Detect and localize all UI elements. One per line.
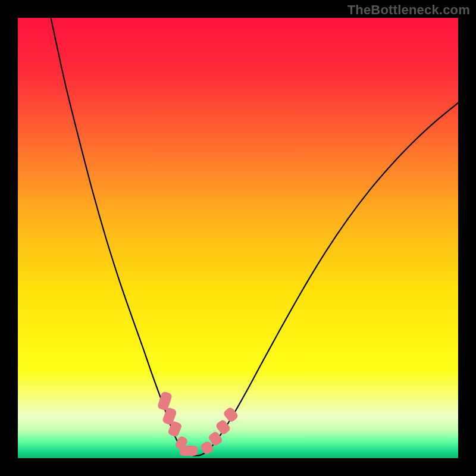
- watermark-text: TheBottleneck.com: [347, 2, 470, 18]
- chart-frame: TheBottleneck.com: [0, 0, 476, 476]
- plot-area: [18, 18, 458, 458]
- bottleneck-curve: [18, 18, 458, 458]
- marker-flat-bottom: [180, 446, 198, 456]
